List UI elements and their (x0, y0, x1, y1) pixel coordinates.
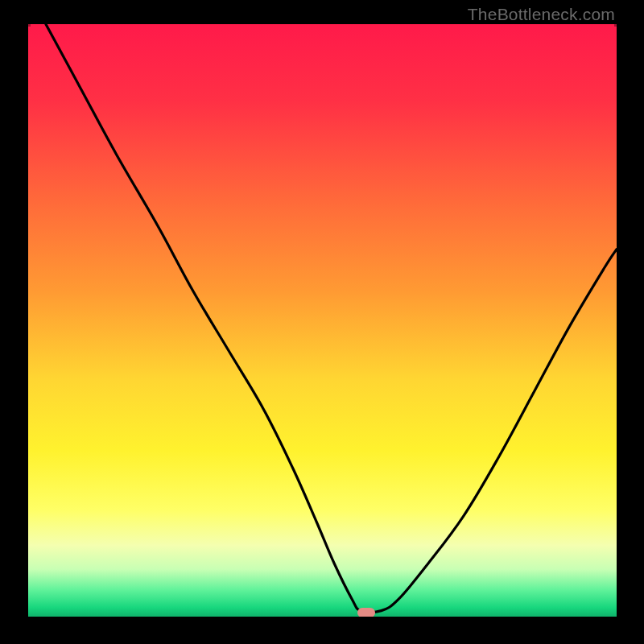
bottleneck-curve (28, 24, 617, 617)
watermark-label: TheBottleneck.com (468, 5, 615, 24)
corner-pixel-tr (614, 24, 617, 27)
chart-stage: TheBottleneck.com (0, 0, 644, 644)
corner-pixel-tl (28, 24, 31, 27)
plot-area (28, 24, 617, 617)
optimal-point-marker (357, 608, 375, 617)
